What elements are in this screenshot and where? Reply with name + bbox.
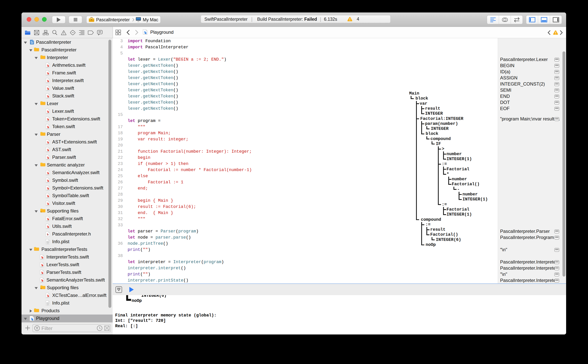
svg-text:PLIST: PLIST [47, 243, 49, 244]
svg-text:SWIFT: SWIFT [46, 297, 49, 298]
svg-text:SWIFT: SWIFT [41, 281, 43, 282]
svg-text:var: var [420, 101, 427, 106]
svg-text:number: number [462, 192, 478, 197]
svg-text:PLIST: PLIST [47, 305, 49, 306]
svg-text:INTEGER: INTEGER [425, 111, 443, 116]
svg-text:INTEGER(1): INTEGER(1) [462, 197, 488, 202]
svg-text:SWIFT: SWIFT [46, 182, 49, 183]
svg-text:SWIFT: SWIFT [46, 74, 49, 75]
svg-text::=: := [442, 202, 447, 207]
svg-text:SWIFT: SWIFT [46, 90, 49, 91]
svg-text:number: number [452, 177, 467, 182]
svg-text:SWIFT: SWIFT [46, 67, 49, 68]
svg-text:block: block [416, 96, 428, 101]
svg-text:Factorial: Factorial [447, 207, 469, 212]
svg-text:SWIFT: SWIFT [46, 143, 49, 144]
svg-text:SWIFT: SWIFT [46, 189, 49, 190]
svg-text:block: block [426, 131, 438, 136]
svg-text:h: h [47, 233, 49, 236]
svg-text:*: * [447, 172, 449, 177]
svg-text:SWIFT: SWIFT [46, 120, 49, 121]
svg-text:SWIFT: SWIFT [46, 197, 49, 198]
svg-text:SWIFT: SWIFT [41, 266, 43, 267]
svg-text::=: := [425, 222, 430, 227]
svg-text:SWIFT: SWIFT [46, 128, 49, 129]
svg-text:result: result [430, 227, 445, 232]
svg-text:INTEGER(1): INTEGER(1) [447, 212, 472, 217]
svg-text:number: number [447, 152, 462, 156]
svg-text:SWIFT: SWIFT [46, 174, 49, 175]
svg-text:Factorial(): Factorial() [430, 232, 458, 237]
svg-text:-: - [457, 187, 460, 192]
svg-text:SWIFT: SWIFT [46, 228, 49, 229]
svg-text:SWIFT: SWIFT [41, 274, 43, 275]
svg-text:IF: IF [436, 142, 441, 146]
svg-text::=: := [442, 162, 447, 166]
svg-text:Factorial:INTEGER: Factorial:INTEGER [420, 117, 463, 121]
svg-text:INTEGER: INTEGER [431, 126, 449, 131]
svg-text:compound: compound [430, 136, 451, 141]
svg-text:INTEGER(1): INTEGER(1) [447, 157, 472, 162]
svg-text:SWIFT: SWIFT [46, 151, 49, 152]
svg-text:>: > [442, 147, 444, 151]
svg-text:INTEGER(6): INTEGER(6) [436, 237, 461, 242]
svg-text:SWIFT: SWIFT [41, 259, 43, 260]
svg-text:SWIFT: SWIFT [46, 220, 49, 221]
svg-text:Factorial: Factorial [447, 167, 469, 172]
svg-text:param(number): param(number) [425, 121, 458, 126]
svg-text:noOp: noOp [426, 242, 436, 247]
svg-text:Factorial(): Factorial() [452, 182, 480, 187]
svg-text:SWIFT: SWIFT [46, 159, 49, 160]
svg-text:SWIFT: SWIFT [46, 98, 49, 98]
svg-text:Main: Main [409, 91, 419, 96]
svg-text:result: result [425, 106, 440, 111]
svg-text:compound: compound [421, 217, 441, 222]
svg-text:SWIFT: SWIFT [46, 205, 49, 206]
svg-text:SWIFT: SWIFT [46, 82, 49, 83]
svg-text:SWIFT: SWIFT [46, 113, 49, 114]
